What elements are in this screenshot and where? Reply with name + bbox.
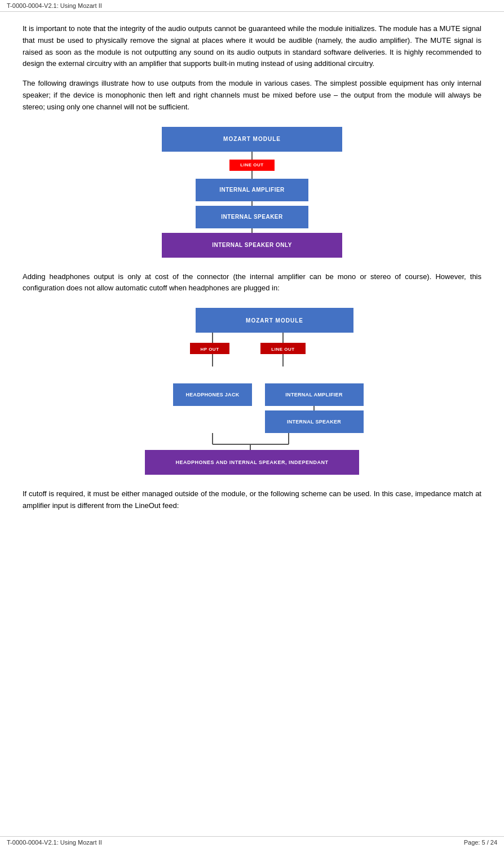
diag2-amplifier-box: INTERNAL AMPLIFIER [265,383,364,406]
diag1-mozart-box: MOZART MODULE [162,127,342,152]
paragraph-2: The following drawings illustrate how to… [23,78,481,113]
diag1-speaker-box: INTERNAL SPEAKER [196,206,308,228]
diag1-caption-box: INTERNAL SPEAKER ONLY [162,233,342,258]
diag2-mozart-box: MOZART MODULE [196,308,353,333]
svg-text:HP OUT: HP OUT [200,347,219,352]
header-title: T-0000-0004-V2.1: Using Mozart II [7,2,102,9]
diag1-vline1 [251,152,253,160]
footer-left: T-0000-0004-V2.1: Using Mozart II [7,839,102,846]
main-content: It is important to note that the integri… [0,12,504,554]
diag2-speaker-box: INTERNAL SPEAKER [265,410,364,433]
diag2-bottom-svg [139,433,365,450]
diag1-vline3 [251,201,253,206]
diag2-caption-box: HEADPHONES AND INTERNAL SPEAKER, INDEPEN… [145,450,359,475]
footer-right: Page: 5 / 24 [464,839,497,846]
diag1-amplifier-box: INTERNAL AMPLIFIER [196,179,308,201]
diag2-vline-amp [313,406,315,410]
svg-text:LINE OUT: LINE OUT [271,347,294,352]
paragraph-4: If cutoff is required, it must be either… [23,488,481,512]
header-bar: T-0000-0004-V2.1: Using Mozart II [0,0,504,12]
diag2-connector-svg: LINE OUT HP OUT [139,333,365,389]
diag1-vline4 [251,228,253,233]
paragraph-1: It is important to note that the integri… [23,23,481,70]
paragraph-3: Adding headphones output is only at cost… [23,271,481,295]
diag1-lineout-badge: LINE OUT [229,160,275,171]
diagram1-container: MOZART MODULE LINE OUT INTERNAL AMPLIFIE… [23,127,481,258]
footer-bar: T-0000-0004-V2.1: Using Mozart II Page: … [0,836,504,848]
diagram2-container: MOZART MODULE LINE OUT HP OUT [23,308,481,475]
diag1-vline2 [251,171,253,179]
diag2-headphones-box: HEADPHONES JACK [173,383,252,406]
